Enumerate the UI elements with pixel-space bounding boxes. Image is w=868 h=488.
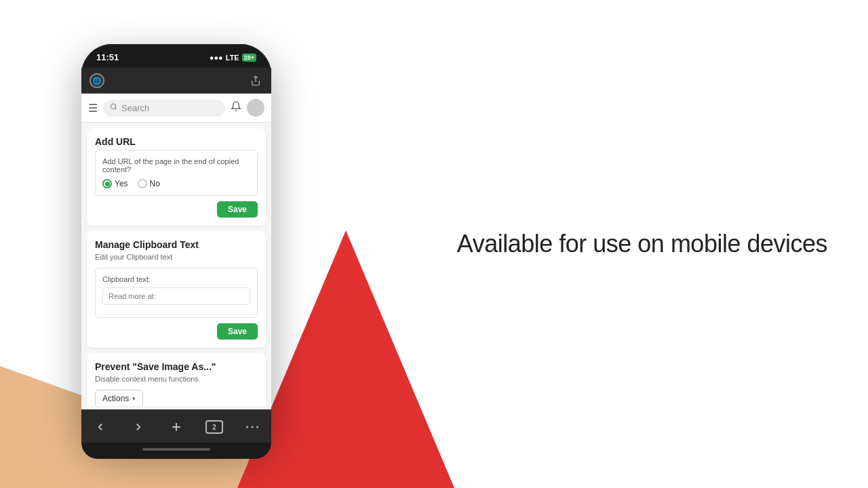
- browser-bottom-nav: 2: [81, 409, 271, 443]
- globe-icon[interactable]: 🌐: [90, 73, 104, 88]
- actions-arrow-icon: ▾: [132, 395, 136, 402]
- svg-line-2: [115, 108, 117, 110]
- tab-count-badge: 2: [205, 420, 223, 434]
- forward-button[interactable]: [125, 417, 152, 437]
- search-bar[interactable]: Search: [103, 100, 225, 117]
- phone-mockup: 11:51 ●●● LTE 28+ 🌐: [81, 44, 271, 444]
- clipboard-title: Manage Clipboard Text: [95, 239, 258, 250]
- search-icon: [110, 103, 117, 113]
- svg-point-5: [246, 426, 248, 428]
- radio-yes[interactable]: Yes: [102, 179, 128, 188]
- tabs-button[interactable]: 2: [201, 417, 228, 437]
- add-url-save-button[interactable]: Save: [217, 201, 258, 218]
- save-row-1: Save: [95, 201, 258, 218]
- add-url-title: Add URL: [95, 136, 258, 147]
- app-nav-bar: ☰ Search: [81, 94, 271, 123]
- add-url-section: Add URL Add URL of the page in the end o…: [87, 128, 266, 226]
- more-button[interactable]: [239, 417, 266, 437]
- clipboard-desc: Edit your Clipboard text: [95, 253, 258, 261]
- clipboard-save-button[interactable]: Save: [217, 323, 258, 340]
- radio-no-circle: [138, 179, 147, 188]
- status-bar-right: ●●● LTE 28+: [210, 54, 256, 62]
- add-url-form-label: Add URL of the page in the end of copied…: [102, 157, 250, 174]
- network-type: LTE: [226, 54, 239, 62]
- radio-group: Yes No: [102, 179, 250, 188]
- add-tab-button[interactable]: [163, 417, 190, 437]
- clipboard-form: Clipboard text:: [95, 268, 258, 318]
- clipboard-input[interactable]: [102, 287, 250, 305]
- browser-icons-left: 🌐: [90, 73, 104, 88]
- bell-icon[interactable]: [231, 101, 241, 115]
- add-url-form: Add URL of the page in the end of copied…: [95, 150, 258, 196]
- status-time: 11:51: [96, 52, 119, 62]
- radio-no-label: No: [150, 179, 160, 188]
- hamburger-icon[interactable]: ☰: [88, 102, 98, 115]
- tab-badge-status: 28+: [242, 54, 256, 62]
- actions-button[interactable]: Actions ▾: [95, 390, 143, 406]
- prevent-save-desc: Disable context menu functions: [95, 375, 258, 383]
- home-bar: [142, 448, 210, 451]
- signal-icon: ●●●: [210, 54, 223, 62]
- back-button[interactable]: [87, 417, 114, 437]
- screen-content: Add URL Add URL of the page in the end o…: [81, 123, 271, 406]
- svg-point-6: [252, 426, 254, 428]
- actions-label: Actions: [102, 394, 129, 403]
- svg-point-7: [256, 426, 258, 428]
- radio-no[interactable]: No: [138, 179, 160, 188]
- prevent-save-section: Prevent "Save Image As..." Disable conte…: [87, 353, 266, 406]
- promo-text: Available for use on mobile devices: [457, 230, 827, 258]
- search-placeholder: Search: [121, 103, 149, 113]
- status-bar: 11:51 ●●● LTE 28+: [81, 44, 271, 68]
- prevent-save-title: Prevent "Save Image As...": [95, 361, 258, 372]
- radio-yes-circle: [102, 179, 112, 188]
- phone-frame: 11:51 ●●● LTE 28+ 🌐: [81, 44, 271, 444]
- clipboard-label: Clipboard text:: [102, 275, 250, 283]
- radio-yes-label: Yes: [115, 179, 128, 188]
- svg-point-1: [111, 104, 115, 108]
- phone-screen: ☰ Search: [81, 94, 271, 409]
- avatar: [247, 99, 264, 117]
- home-indicator: [81, 443, 271, 459]
- share-icon[interactable]: [248, 73, 263, 88]
- clipboard-section: Manage Clipboard Text Edit your Clipboar…: [87, 231, 266, 348]
- browser-chrome: 🌐: [81, 68, 271, 94]
- save-row-2: Save: [95, 323, 258, 340]
